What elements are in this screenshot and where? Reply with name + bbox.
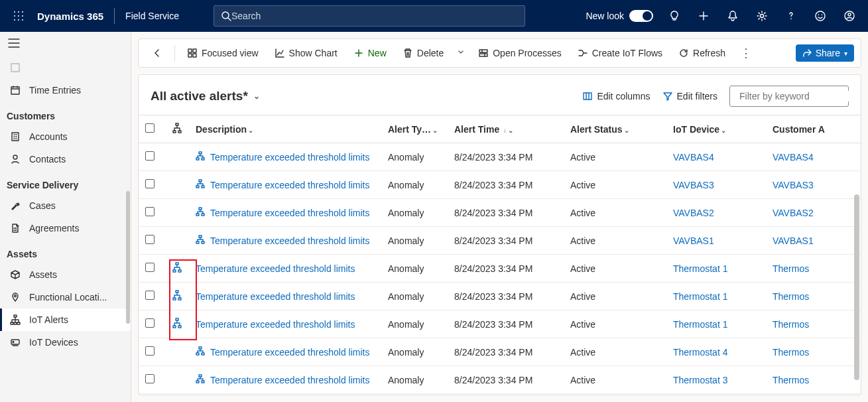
sidebar-scrollbar[interactable]	[124, 72, 131, 402]
table-row[interactable]: Temperature exceeded threshold limitsAno…	[139, 366, 861, 394]
create-iot-flows-button[interactable]: Create IoT Flows	[571, 44, 669, 62]
description-link[interactable]: Temperature exceeded threshold limits	[210, 152, 369, 163]
col-customer[interactable]: Customer A	[766, 115, 861, 143]
row-checkbox[interactable]	[145, 207, 155, 216]
share-button[interactable]: Share▾	[796, 44, 854, 62]
table-row[interactable]: Temperature exceeded threshold limitsAno…	[139, 199, 861, 227]
description-link[interactable]: Temperature exceeded threshold limits	[210, 375, 369, 385]
hamburger-icon[interactable]	[0, 32, 131, 56]
view-selector[interactable]: All active alerts* ⌄	[151, 89, 260, 103]
sidebar-item-truncated[interactable]	[0, 56, 131, 79]
trash-icon	[403, 48, 413, 58]
hierarchy-icon[interactable]	[172, 123, 182, 133]
customer-link[interactable]: Thermos	[773, 375, 809, 385]
table-row[interactable]: Temperature exceeded threshold limitsAno…	[139, 283, 861, 310]
col-alert-type[interactable]: Alert Ty…⌄	[381, 115, 448, 143]
table-row[interactable]: Temperature exceeded threshold limitsAno…	[139, 227, 861, 255]
sidebar-item-time-entries[interactable]: Time Entries	[0, 79, 131, 101]
table-row[interactable]: Temperature exceeded threshold limitsAno…	[139, 171, 861, 199]
hierarchy-cell[interactable]	[165, 255, 189, 283]
bell-icon[interactable]	[719, 0, 746, 32]
lightbulb-icon[interactable]	[661, 0, 688, 32]
row-checkbox[interactable]	[145, 318, 155, 328]
hierarchy-cell[interactable]	[165, 310, 189, 338]
iot-device-link[interactable]: Thermostat 1	[673, 263, 727, 274]
table-row[interactable]: Temperature exceeded threshold limitsAno…	[139, 310, 861, 338]
show-chart-button[interactable]: Show Chart	[268, 44, 344, 62]
overflow-menu[interactable]: ⋮	[735, 46, 757, 60]
edit-filters-button[interactable]: Edit filters	[662, 91, 717, 101]
customer-link[interactable]: Thermos	[773, 319, 809, 330]
sidebar-item-iot-devices[interactable]: IoT Devices	[0, 331, 131, 354]
iot-device-link[interactable]: Thermostat 3	[673, 375, 727, 385]
row-checkbox[interactable]	[145, 374, 155, 383]
col-alert-status[interactable]: Alert Status⌄	[564, 115, 666, 143]
customer-link[interactable]: Thermos	[773, 263, 809, 274]
customer-link[interactable]: VAVBAS2	[773, 208, 814, 218]
filter-input[interactable]	[739, 91, 855, 101]
description-link[interactable]: Temperature exceeded threshold limits	[210, 235, 369, 246]
sidebar-item-cases[interactable]: Cases	[0, 194, 131, 217]
table-row[interactable]: Temperature exceeded threshold limitsAno…	[139, 338, 861, 366]
grid-icon	[187, 48, 198, 58]
edit-columns-button[interactable]: Edit columns	[582, 91, 650, 101]
customer-link[interactable]: VAVBAS3	[773, 180, 814, 190]
sidebar-item-functional-locations[interactable]: Functional Locati...	[0, 286, 131, 308]
global-search[interactable]	[214, 5, 525, 27]
row-checkbox[interactable]	[145, 151, 155, 161]
focused-view-button[interactable]: Focused view	[180, 44, 265, 62]
app-name[interactable]: Field Service	[125, 11, 179, 21]
app-launcher-icon[interactable]	[5, 0, 32, 32]
row-checkbox[interactable]	[145, 179, 155, 188]
help-icon[interactable]	[778, 0, 804, 32]
row-checkbox[interactable]	[145, 291, 155, 300]
new-look-toggle[interactable]: New look	[586, 10, 653, 22]
col-iot-device[interactable]: IoT Device⌄	[666, 115, 766, 143]
description-link[interactable]: Temperature exceeded threshold limits	[196, 291, 355, 302]
description-link[interactable]: Temperature exceeded threshold limits	[196, 263, 355, 274]
col-description[interactable]: Description⌄	[189, 115, 381, 143]
delete-split-chevron[interactable]	[453, 48, 469, 58]
sidebar-item-assets[interactable]: Assets	[0, 263, 131, 286]
grid-scrollbar[interactable]	[854, 194, 859, 380]
iot-device-link[interactable]: VAVBAS2	[673, 208, 714, 218]
customer-link[interactable]: VAVBAS1	[773, 235, 814, 246]
select-all-checkbox[interactable]	[145, 123, 155, 133]
row-checkbox[interactable]	[145, 263, 155, 272]
iot-device-link[interactable]: Thermostat 4	[673, 347, 727, 358]
row-checkbox[interactable]	[145, 346, 155, 356]
iot-device-link[interactable]: Thermostat 1	[673, 291, 727, 302]
gear-icon[interactable]	[749, 0, 775, 32]
new-button[interactable]: New	[347, 44, 393, 62]
emoji-icon[interactable]	[807, 0, 834, 32]
sidebar-item-accounts[interactable]: Accounts	[0, 125, 131, 148]
hierarchy-cell[interactable]	[165, 283, 189, 310]
open-processes-button[interactable]: Open Processes	[471, 44, 568, 62]
search-input[interactable]	[231, 11, 518, 21]
iot-device-link[interactable]: Thermostat 1	[673, 319, 727, 330]
account-icon[interactable]	[836, 0, 863, 32]
description-link[interactable]: Temperature exceeded threshold limits	[196, 319, 355, 330]
customer-link[interactable]: Thermos	[773, 291, 809, 302]
sidebar-item-contacts[interactable]: Contacts	[0, 148, 131, 170]
sidebar-item-iot-alerts[interactable]: IoT Alerts	[0, 308, 131, 331]
refresh-button[interactable]: Refresh	[672, 44, 732, 62]
delete-button[interactable]: Delete	[396, 44, 450, 62]
iot-device-link[interactable]: VAVBAS3	[673, 180, 714, 190]
col-alert-time[interactable]: Alert Time ↓⌄	[448, 115, 564, 143]
description-link[interactable]: Temperature exceeded threshold limits	[210, 180, 369, 190]
description-link[interactable]: Temperature exceeded threshold limits	[210, 208, 369, 218]
sidebar-item-agreements[interactable]: Agreements	[0, 217, 131, 239]
row-checkbox[interactable]	[145, 235, 155, 244]
add-icon[interactable]	[690, 0, 717, 32]
iot-device-link[interactable]: VAVBAS4	[673, 152, 714, 163]
customer-link[interactable]: Thermos	[773, 347, 809, 358]
table-row[interactable]: Temperature exceeded threshold limitsAno…	[139, 143, 861, 171]
table-row[interactable]: Temperature exceeded threshold limitsAno…	[139, 255, 861, 283]
data-grid[interactable]: Description⌄ Alert Ty…⌄ Alert Time ↓⌄ Al…	[139, 115, 861, 395]
keyword-filter[interactable]	[729, 86, 849, 107]
description-link[interactable]: Temperature exceeded threshold limits	[210, 347, 369, 358]
back-button[interactable]	[145, 44, 169, 62]
customer-link[interactable]: VAVBAS4	[773, 152, 814, 163]
iot-device-link[interactable]: VAVBAS1	[673, 235, 714, 246]
